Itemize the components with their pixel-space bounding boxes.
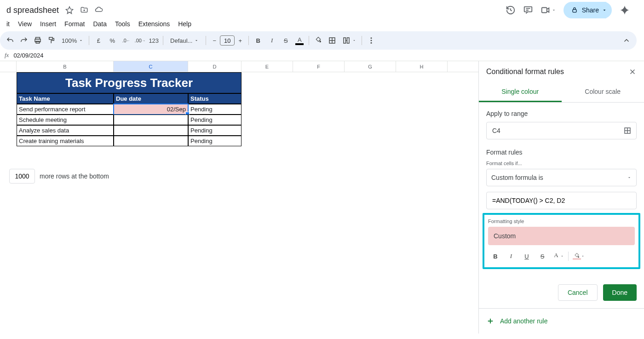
menu-format[interactable]: Format — [64, 20, 85, 28]
style-underline-icon[interactable]: U — [519, 249, 534, 264]
col-header-d[interactable]: D — [188, 61, 242, 72]
print-icon[interactable] — [31, 34, 44, 47]
col-header-e[interactable]: E — [242, 61, 293, 72]
style-strikethrough-icon[interactable]: S — [535, 249, 550, 264]
doc-title[interactable]: d spreadsheet — [6, 6, 59, 15]
svg-rect-6 — [49, 37, 53, 40]
header-status[interactable]: Status — [188, 93, 242, 104]
tab-single-colour[interactable]: Single colour — [479, 82, 562, 102]
col-header-b[interactable]: B — [17, 61, 114, 72]
sheet-title-banner[interactable]: Task Progress Tracker — [17, 72, 242, 93]
increase-decimal-icon[interactable]: .00→ — [133, 34, 146, 47]
zoom-select[interactable]: 100% — [59, 34, 86, 47]
comments-icon[interactable] — [523, 5, 533, 15]
font-size-input[interactable]: 10 — [220, 35, 235, 46]
strikethrough-icon[interactable]: S — [279, 34, 292, 47]
cell-due-selected[interactable]: 02/Sep — [114, 104, 188, 115]
decrease-font-icon[interactable]: − — [209, 35, 220, 46]
paint-format-icon[interactable] — [45, 34, 58, 47]
formula-content[interactable]: 02/09/2024 — [13, 52, 43, 59]
menu-insert[interactable]: Insert — [40, 20, 56, 28]
style-italic-icon[interactable]: I — [504, 249, 518, 264]
more-formats-icon[interactable]: 123 — [147, 34, 160, 47]
style-bold-icon[interactable]: B — [488, 249, 503, 264]
share-dropdown[interactable] — [599, 2, 612, 18]
svg-rect-1 — [541, 8, 546, 13]
cloud-status-icon[interactable] — [95, 6, 103, 14]
sidebar-tabs: Single colour Colour scale — [479, 82, 644, 103]
cell-due[interactable] — [114, 125, 188, 136]
condition-select[interactable]: Custom formula is — [486, 169, 637, 186]
menu-tools[interactable]: Tools — [115, 20, 130, 28]
add-rows-footer: more rows at the bottom — [9, 169, 109, 184]
share-label: Share — [582, 6, 599, 14]
condition-value: Custom formula is — [491, 174, 543, 181]
format-cells-if-label: Format cells if... — [486, 161, 637, 166]
menu-data[interactable]: Data — [93, 20, 107, 28]
header-due[interactable]: Due date — [114, 93, 188, 104]
format-rules-label: Format rules — [486, 149, 637, 156]
cell-task[interactable]: Schedule meeting — [17, 115, 114, 125]
fill-color-icon[interactable] — [312, 34, 325, 47]
formula-input[interactable] — [491, 196, 632, 205]
gemini-icon[interactable] — [619, 5, 630, 16]
more-icon[interactable] — [365, 34, 378, 47]
header-actions: Share — [506, 2, 638, 18]
cell-due[interactable] — [114, 115, 188, 125]
svg-rect-2 — [573, 10, 576, 12]
cell-status[interactable]: Pending — [188, 104, 242, 115]
tab-colour-scale[interactable]: Colour scale — [562, 82, 644, 102]
select-all-corner[interactable] — [0, 61, 17, 72]
style-fill-color-icon[interactable] — [571, 249, 586, 264]
history-icon[interactable] — [506, 5, 516, 15]
menu-bar: it View Insert Format Data Tools Extensi… — [0, 18, 644, 31]
cancel-button[interactable]: Cancel — [558, 284, 598, 301]
spreadsheet-canvas[interactable]: B C D E F G H Task Progress Tracker Task… — [0, 61, 478, 333]
merge-icon[interactable] — [339, 34, 359, 47]
menu-edit[interactable]: it — [6, 20, 10, 28]
cell-status[interactable]: Pending — [188, 115, 242, 125]
cell-status[interactable]: Pending — [188, 136, 242, 146]
meet-icon[interactable] — [540, 5, 556, 15]
text-color-icon[interactable]: A — [293, 34, 306, 47]
col-header-g[interactable]: G — [345, 61, 396, 72]
menu-extensions[interactable]: Extensions — [138, 20, 170, 28]
col-header-f[interactable]: F — [293, 61, 345, 72]
rows-count-input[interactable] — [9, 169, 35, 184]
col-header-h[interactable]: H — [396, 61, 448, 72]
style-preview[interactable]: Custom — [488, 227, 635, 245]
cell-task[interactable]: Analyze sales data — [17, 125, 114, 136]
table-row: Create training materials Pending — [17, 136, 242, 146]
currency-icon[interactable]: £ — [92, 34, 105, 47]
close-icon[interactable] — [628, 68, 637, 76]
title-bar: d spreadsheet Share — [0, 0, 644, 18]
cell-status[interactable]: Pending — [188, 125, 242, 136]
borders-icon[interactable] — [326, 34, 339, 47]
font-select[interactable]: Defaul... — [166, 34, 203, 47]
svg-point-8 — [371, 37, 372, 39]
bold-icon[interactable]: B — [252, 34, 264, 47]
star-icon[interactable] — [65, 6, 74, 14]
header-task[interactable]: Task Name — [17, 93, 114, 104]
col-header-c[interactable]: C — [114, 61, 188, 72]
italic-icon[interactable]: I — [265, 34, 278, 47]
collapse-toolbar-icon[interactable] — [620, 34, 633, 47]
done-button[interactable]: Done — [603, 284, 637, 301]
redo-icon[interactable] — [17, 34, 30, 47]
add-rule-button[interactable]: Add another rule — [479, 309, 644, 333]
menu-view[interactable]: View — [18, 20, 32, 28]
cell-task[interactable]: Send performance report — [17, 104, 114, 115]
undo-icon[interactable] — [4, 34, 17, 47]
sidebar-title: Conditional format rules — [486, 68, 564, 76]
cell-due[interactable] — [114, 136, 188, 146]
move-folder-icon[interactable] — [80, 6, 88, 14]
toolbar: 100% £ % .0← .00→ 123 Defaul... − 10 + B… — [0, 31, 637, 50]
decrease-decimal-icon[interactable]: .0← — [120, 34, 132, 47]
increase-font-icon[interactable]: + — [235, 35, 246, 46]
percent-icon[interactable]: % — [106, 34, 119, 47]
cell-task[interactable]: Create training materials — [17, 136, 114, 146]
style-text-color-icon[interactable]: A — [551, 249, 565, 264]
menu-help[interactable]: Help — [178, 20, 191, 28]
select-range-icon[interactable] — [623, 126, 632, 135]
range-input[interactable] — [491, 126, 623, 135]
